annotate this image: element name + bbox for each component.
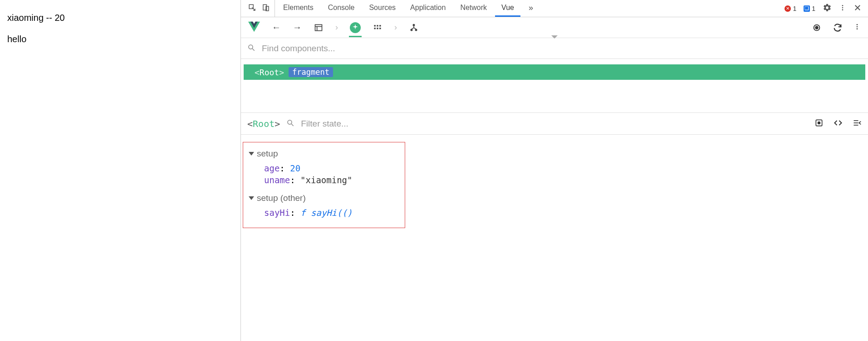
state-inspector-panel: setup age: 20 uname: "xiaoming" setup (o… xyxy=(241,135,868,235)
setup-section-header[interactable]: setup xyxy=(249,149,399,159)
angle-close: > xyxy=(279,68,284,77)
svg-point-15 xyxy=(413,24,414,25)
svg-rect-11 xyxy=(379,25,381,26)
tab-sources[interactable]: Sources xyxy=(363,0,402,17)
info-count-badge[interactable]: ❏ 1 xyxy=(804,5,815,12)
state-prop-sayhi[interactable]: sayHi: f sayHi(() xyxy=(249,208,399,218)
more-vertical-icon[interactable] xyxy=(839,3,846,14)
svg-rect-13 xyxy=(377,28,378,29)
info-count: 1 xyxy=(812,5,815,12)
tab-console[interactable]: Console xyxy=(322,0,361,17)
refresh-icon[interactable] xyxy=(833,23,843,33)
info-icon: ❏ xyxy=(804,5,810,12)
svg-point-20 xyxy=(857,24,858,25)
tab-elements[interactable]: Elements xyxy=(277,0,320,17)
devtools-tabs-right: ✕ 1 ❏ 1 xyxy=(785,3,865,14)
state-prop-uname[interactable]: uname: "xiaoming" xyxy=(249,175,399,185)
inspect-dom-icon[interactable] xyxy=(853,118,862,129)
toolbar-more-icon[interactable] xyxy=(853,22,861,33)
vue-logo-icon xyxy=(248,21,260,34)
svg-point-23 xyxy=(249,45,253,49)
svg-point-19 xyxy=(815,26,818,29)
svg-line-24 xyxy=(252,49,255,51)
page-text-line-2: hello xyxy=(7,34,233,44)
close-icon[interactable] xyxy=(853,4,862,13)
angle-open: < xyxy=(255,68,260,77)
svg-point-4 xyxy=(842,7,843,9)
list-view-icon[interactable] xyxy=(314,23,324,33)
svg-point-25 xyxy=(288,120,292,124)
inspector-tree-icon[interactable] xyxy=(409,23,419,33)
show-render-code-icon[interactable] xyxy=(834,118,843,129)
search-icon xyxy=(247,44,255,53)
devtools-inspect-icons xyxy=(244,0,275,17)
state-prop-age[interactable]: age: 20 xyxy=(249,163,399,173)
find-components-bar xyxy=(241,38,868,59)
svg-point-22 xyxy=(857,28,858,29)
timeline-icon[interactable] xyxy=(373,23,383,33)
fragment-badge: fragment xyxy=(289,67,333,77)
caret-down-icon xyxy=(249,152,254,156)
filter-state-input[interactable] xyxy=(301,119,808,129)
tab-application[interactable]: Application xyxy=(404,0,452,17)
gear-icon[interactable] xyxy=(823,3,832,14)
svg-point-21 xyxy=(857,26,858,28)
tabs-overflow-icon[interactable]: » xyxy=(522,0,539,17)
svg-rect-9 xyxy=(374,25,376,26)
nav-back-icon[interactable]: ← xyxy=(272,22,281,33)
svg-rect-12 xyxy=(374,28,376,29)
svg-point-28 xyxy=(818,122,820,124)
drag-handle-icon[interactable] xyxy=(551,35,558,39)
rendered-page: xiaoming -- 20 hello xyxy=(0,0,240,341)
setup-other-section-header[interactable]: setup (other) xyxy=(249,193,399,203)
svg-rect-14 xyxy=(379,28,381,29)
state-inspector-header: <Root> xyxy=(241,113,868,135)
tab-vue[interactable]: Vue xyxy=(495,0,520,17)
svg-point-3 xyxy=(842,5,843,6)
component-tree: <Root> fragment xyxy=(241,59,868,113)
svg-point-5 xyxy=(842,9,843,10)
selected-component-label: <Root> xyxy=(247,118,280,129)
error-count-badge[interactable]: ✕ 1 xyxy=(785,5,796,12)
svg-point-16 xyxy=(411,29,412,30)
svg-rect-10 xyxy=(377,25,378,26)
page-text-line-1: xiaoming -- 20 xyxy=(7,13,233,23)
devtools-tabs-list: Elements Console Sources Application Net… xyxy=(277,0,783,17)
breadcrumb-separator-icon: › xyxy=(335,23,338,32)
caret-down-icon xyxy=(249,196,254,200)
svg-rect-6 xyxy=(315,24,322,30)
target-icon[interactable] xyxy=(812,23,822,33)
nav-forward-icon[interactable]: → xyxy=(293,22,302,33)
find-components-input[interactable] xyxy=(262,44,862,54)
root-component-name: Root xyxy=(260,68,279,77)
scroll-into-view-icon[interactable] xyxy=(814,118,824,129)
svg-point-17 xyxy=(415,29,417,30)
search-icon xyxy=(286,119,294,128)
inspect-element-icon[interactable] xyxy=(248,4,256,13)
tree-root-node[interactable]: <Root> fragment xyxy=(244,64,865,80)
tab-network[interactable]: Network xyxy=(454,0,493,17)
error-count: 1 xyxy=(793,5,796,12)
devtools-panel: Elements Console Sources Application Net… xyxy=(240,0,868,341)
device-toggle-icon[interactable] xyxy=(262,4,270,13)
components-tab-icon[interactable] xyxy=(350,22,361,33)
error-icon: ✕ xyxy=(785,5,791,12)
breadcrumb-separator-icon: › xyxy=(394,23,397,32)
svg-line-26 xyxy=(292,124,294,126)
state-highlight-box: setup age: 20 uname: "xiaoming" setup (o… xyxy=(243,142,405,228)
devtools-tabs-bar: Elements Console Sources Application Net… xyxy=(241,0,868,17)
